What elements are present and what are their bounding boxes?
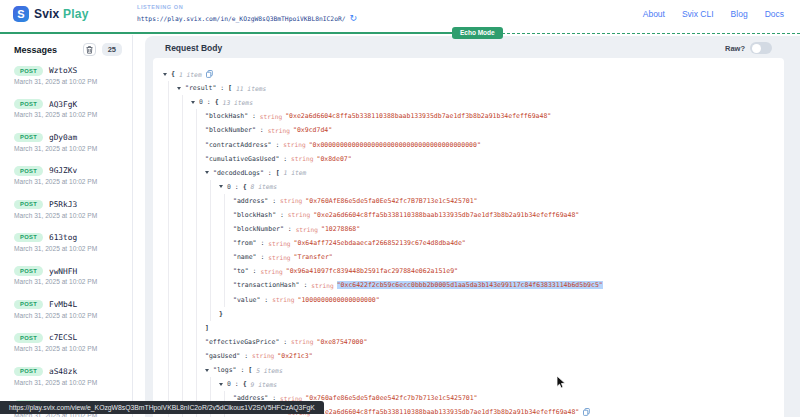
- json-type-label: string: [260, 113, 282, 120]
- message-timestamp: March 31, 2025 at 10:02 PM: [14, 345, 118, 352]
- nav-link-about[interactable]: About: [643, 9, 665, 19]
- message-item[interactable]: POSTywNHFHMarch 31, 2025 at 10:02 PM: [0, 262, 132, 295]
- message-line: POSTWztoXS: [14, 66, 118, 76]
- json-item-count: 1 item: [284, 169, 307, 176]
- listening-on-label: LISTENING ON: [137, 4, 357, 10]
- json-row: "logs" : [5 items: [205, 363, 774, 377]
- message-item[interactable]: POST613togMarch 31, 2025 at 10:02 PM: [0, 229, 132, 262]
- collapse-arrow-icon[interactable]: [163, 73, 167, 76]
- json-children: 0 : {8 items"address" : string"0x760AfE8…: [210, 180, 774, 321]
- json-item-count: 13 items: [223, 99, 253, 106]
- json-key: "blockNumber": [233, 225, 284, 233]
- nav-link-docs[interactable]: Docs: [765, 9, 784, 19]
- json-key: "gasUsed": [205, 352, 240, 360]
- message-item[interactable]: POSTP5RkJ3March 31, 2025 at 10:02 PM: [0, 196, 132, 229]
- json-close-bracket: ]: [205, 324, 209, 332]
- collapse-arrow-icon[interactable]: [191, 101, 195, 104]
- message-item[interactable]: POSTaS48zkMarch 31, 2025 at 10:02 PM: [0, 363, 132, 396]
- json-colon: :: [279, 338, 291, 346]
- json-row: "blockNumber" : string"10278868": [233, 222, 774, 236]
- message-item[interactable]: POSTc7ECSLMarch 31, 2025 at 10:02 PM: [0, 329, 132, 362]
- json-key: "cumulativeGasUsed": [205, 155, 279, 163]
- raw-toggle[interactable]: [750, 42, 772, 54]
- message-item[interactable]: POSTFvMb4LMarch 31, 2025 at 10:02 PM: [0, 296, 132, 329]
- json-row: "blockNumber" : string"0x9cd7d4": [205, 123, 774, 137]
- message-id: 613tog: [49, 233, 77, 242]
- listening-url-text: https://play.svix.com/in/e_KOzgW8sQ3BmTH…: [137, 15, 346, 22]
- message-id: aS48zk: [49, 367, 77, 376]
- message-count-badge: 25: [102, 43, 122, 56]
- message-item[interactable]: POSTAQ3FgKMarch 31, 2025 at 10:02 PM: [0, 95, 132, 128]
- json-key: "name": [233, 253, 256, 261]
- message-id: 9GJZKv: [49, 166, 77, 175]
- json-colon: :: [216, 84, 228, 92]
- json-row: 0 : {8 items: [219, 180, 774, 194]
- message-line: POSTP5RkJ3: [14, 200, 118, 210]
- collapse-arrow-icon[interactable]: [219, 383, 223, 386]
- message-timestamp: March 31, 2025 at 10:02 PM: [14, 379, 118, 386]
- json-type-label: string: [268, 240, 290, 247]
- json-type-label: string: [252, 352, 274, 359]
- brand[interactable]: S Svix Play: [13, 6, 89, 22]
- json-row: "value" : string"1000000000000000000": [233, 293, 774, 307]
- collapse-arrow-icon[interactable]: [177, 87, 181, 90]
- message-id: WztoXS: [49, 66, 77, 75]
- json-row: "effectiveGasPrice" : string"0xe87547000…: [205, 335, 774, 349]
- clear-messages-button[interactable]: [83, 43, 96, 56]
- json-children: "address" : string"0x760AfE86e5de5fa0Ee5…: [224, 194, 774, 307]
- json-colon: :: [276, 211, 288, 219]
- method-badge: POST: [14, 200, 43, 210]
- collapse-arrow-icon[interactable]: [205, 171, 209, 174]
- json-row: }: [219, 307, 774, 321]
- json-colon: :: [240, 352, 252, 360]
- json-value: "0x96a41097fc839448b2591fac297884e062a15…: [286, 267, 458, 275]
- json-item-count: 8 items: [251, 183, 278, 190]
- json-item-count: 11 items: [236, 85, 266, 92]
- json-row: "contractAddress" : string"0x00000000000…: [205, 137, 774, 151]
- message-id: c7ECSL: [49, 333, 77, 342]
- json-children: 0 : {13 items"blockHash" : string"0xe2a6…: [182, 95, 774, 417]
- json-colon: :: [203, 98, 215, 106]
- json-key: "address": [233, 197, 268, 205]
- messages-title: Messages: [14, 45, 83, 55]
- json-row: "name" : string"Transfer": [233, 250, 774, 264]
- method-badge: POST: [14, 99, 43, 109]
- status-bar-url: https://play.svix.com/view/e_KOzgW8sQ3Bm…: [9, 404, 315, 411]
- json-row: 0 : {13 items: [191, 95, 774, 109]
- message-item[interactable]: POSTWztoXSMarch 31, 2025 at 10:02 PM: [0, 62, 132, 95]
- method-badge: POST: [14, 166, 43, 176]
- message-line: POSTc7ECSL: [14, 333, 118, 343]
- message-timestamp: March 31, 2025 at 10:02 PM: [14, 178, 118, 185]
- json-row: ]: [205, 321, 774, 335]
- json-value: "0x9cd7d4": [293, 126, 332, 134]
- json-value: "10278868": [321, 225, 360, 233]
- message-line: POST9GJZKv: [14, 166, 118, 176]
- message-line: POSTgDy0am: [14, 133, 118, 143]
- nav-link-svix-cli[interactable]: Svix CLI: [682, 9, 714, 19]
- collapse-arrow-icon[interactable]: [219, 185, 223, 188]
- json-key: "effectiveGasPrice": [205, 338, 279, 346]
- json-type-label: string: [260, 268, 282, 275]
- raw-toggle-label: Raw?: [725, 44, 745, 53]
- json-open-bracket: [: [228, 84, 232, 92]
- json-value: "0xe2a6d6604c8ffa5b338110388baab133935db…: [285, 112, 551, 120]
- json-type-label: string: [272, 296, 294, 303]
- nav-link-blog[interactable]: Blog: [731, 9, 748, 19]
- message-item[interactable]: POST9GJZKvMarch 31, 2025 at 10:02 PM: [0, 162, 132, 195]
- json-value: "0x2f1c3": [277, 352, 312, 360]
- json-colon: :: [256, 239, 268, 247]
- message-timestamp: March 31, 2025 at 10:02 PM: [14, 245, 118, 252]
- refresh-icon[interactable]: ↻: [350, 13, 358, 23]
- messages-sidebar: Messages 25 POSTWztoXSMarch 31, 2025 at …: [0, 35, 133, 417]
- collapse-arrow-icon[interactable]: [205, 369, 209, 372]
- json-colon: :: [249, 267, 261, 275]
- message-item[interactable]: POSTgDy0amMarch 31, 2025 at 10:02 PM: [0, 129, 132, 162]
- message-timestamp: March 31, 2025 at 10:02 PM: [14, 145, 118, 152]
- copy-icon[interactable]: [206, 70, 213, 78]
- copy-icon[interactable]: [583, 408, 590, 416]
- json-row: "cumulativeGasUsed" : string"0x8de07": [205, 152, 774, 166]
- json-colon: :: [231, 380, 243, 388]
- message-line: POSTAQ3FgK: [14, 99, 118, 109]
- message-line: POSTaS48zk: [14, 367, 118, 377]
- brand-play: Play: [63, 7, 89, 21]
